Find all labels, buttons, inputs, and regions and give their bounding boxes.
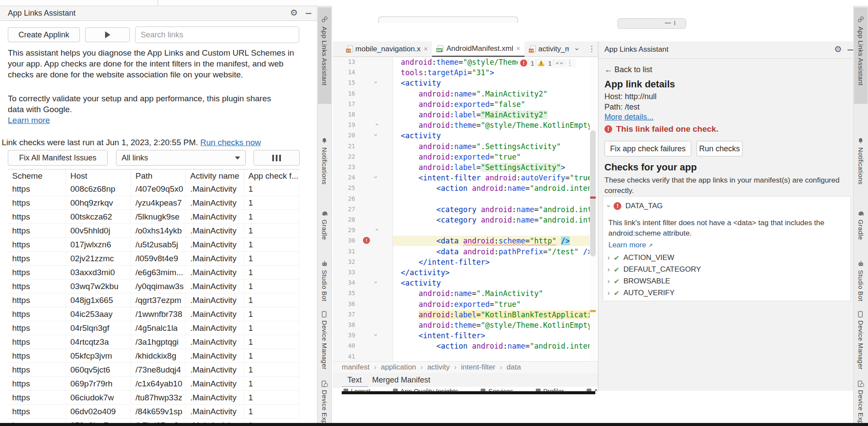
breadcrumb-item[interactable]: application [381,363,416,372]
run-play-button[interactable] [85,27,130,42]
fold-marker-icon[interactable]: › [373,123,380,126]
breadcrumb-item[interactable]: data [507,363,521,372]
breadcrumb-item[interactable]: activity [427,363,450,372]
fold-marker-icon[interactable]: › [373,281,380,283]
view-tab-text[interactable]: Text [347,376,362,385]
fold-marker-icon[interactable]: › [373,134,380,136]
close-tab-icon[interactable]: × [424,45,428,53]
editor-tab-androidmanifest-xml[interactable]: MFAndroidManifest.xml× [432,41,525,57]
breadcrumb-separator: › [420,363,423,372]
column-header[interactable]: Scheme [8,170,66,183]
breadcrumb[interactable]: manifest›application›activity›intent-fil… [342,363,521,372]
dropdown-arrow-icon [235,156,240,160]
table-cell: 04r5lqn3gf [66,321,131,335]
table-row[interactable]: https05kfcp3jvm/khidckix8g.MainActivity1 [8,349,300,363]
fix-all-manifest-issues-button[interactable]: Fix All Manifest Issues [8,150,108,166]
warning-count: 1 [548,60,551,67]
links-filter-dropdown[interactable]: All links [116,150,246,166]
table-row[interactable]: https069p7r79rh/c1x64yab10.MainActivity1 [8,377,300,391]
view-tab-merged-manifest[interactable]: Merged Manifest [372,376,430,385]
learn-more-link[interactable]: Learn more [8,116,50,125]
run-checks-button[interactable]: Run checks [696,141,743,156]
code-area[interactable]: 13android:theme="@style/Theme.KotlinEmp1… [333,57,590,361]
panel-minimize-icon[interactable] [848,50,853,50]
fix-button-label: Fix app check failures [610,144,686,153]
chevron-right-icon[interactable]: › [607,254,610,262]
table-cell: .MainActivity [186,321,244,335]
table-row[interactable]: https017jwlxzn6/u5t2usab5j.MainActivity1 [8,238,300,252]
table-row[interactable]: https06dv02o409/84k659v1sp.MainActivity1 [8,405,300,419]
code-line: <category android:name="android.intent.c… [436,215,590,225]
bottom-bar-item[interactable]: App Inspection [587,387,598,391]
warning-stripe-mark[interactable] [590,310,596,312]
bottom-bar-item[interactable]: App Quality Insights [393,387,458,391]
back-to-list-link[interactable]: ← Back to list [604,65,652,74]
data-tag-row[interactable]: › ! DATA_TAG [607,202,663,210]
columns-config-button[interactable] [254,150,300,166]
table-row[interactable]: https060qv5jct6/73ne8udqj4.MainActivity1 [8,363,300,377]
bottom-bar-item[interactable]: Services [481,387,513,391]
check-row-action_view[interactable]: ›✔ACTION_VIEW [607,253,674,262]
check-row-default_category[interactable]: ›✔DEFAULT_CATEGORY [607,265,701,274]
chevron-right-icon[interactable]: › [607,277,610,285]
table-row[interactable]: https06ciudok7w/tu87hwp33z.MainActivity1 [8,391,300,405]
line-number: 32 [335,258,355,265]
fold-marker-icon[interactable]: › [373,176,380,178]
chevron-right-icon[interactable]: › [607,266,610,273]
tab-kebab-icon[interactable]: ⋮ [588,44,595,53]
table-row[interactable]: https00tskcza62/5lknugk9se.MainActivity1 [8,210,300,224]
column-header[interactable]: Host [66,170,131,183]
scrollbar-thumb[interactable] [590,130,596,256]
table-cell: 1 [244,196,300,210]
bottom-bar-item[interactable]: Logcat [343,387,370,391]
error-stripe-mark[interactable] [590,196,596,199]
table-row[interactable]: https00hq9zrkqv/yzu4kpeas7.MainActivity1 [8,196,300,210]
table-cell: /khidckix8g [131,349,186,363]
fold-marker-icon[interactable]: › [373,81,380,83]
breadcrumb-item[interactable]: manifest [342,363,370,372]
table-row[interactable]: https04r5lqn3gf/4g5nalc1la.MainActivity1 [8,321,300,335]
panel-gear-icon[interactable]: ⚙ [834,45,842,53]
run-checks-now-link[interactable]: Run checks now [200,138,261,147]
close-tab-icon[interactable]: × [516,45,520,53]
inspection-widget[interactable]: ! 1 ! 1 › › ⋮ [518,58,576,68]
table-cell: .MainActivity [186,349,244,363]
table-row[interactable]: https00v5hhld0j/o0xhs14ykb.MainActivity1 [8,224,300,238]
create-applink-button[interactable]: Create Applink [8,27,80,42]
chevron-right-icon[interactable]: › [607,289,610,297]
editor-scrollbar[interactable] [590,57,597,361]
table-cell: https [8,280,66,293]
check-row-browsable[interactable]: ›✔BROWSABLE [607,277,670,286]
table-row[interactable]: https048jg1x665/qgrt37ezpm.MainActivity1 [8,293,300,307]
fold-marker-icon[interactable]: › [373,229,380,231]
fold-marker-icon[interactable]: › [373,334,380,336]
chevron-down-icon[interactable]: › [605,205,613,207]
search-input[interactable] [135,27,299,43]
table-row[interactable]: https03wq7w2kbu/y0qqimaw3s.MainActivity1 [8,280,300,293]
gear-icon[interactable]: ⚙ [290,8,298,17]
fix-app-check-failures-button[interactable]: Fix app check failures [604,141,691,156]
next-issue-icon[interactable]: › [558,62,566,64]
tab-list-chevron-icon[interactable]: › [573,48,581,50]
table-row[interactable]: https03axxd3mi0/e6g63mim....MainActivity… [8,266,300,280]
breadcrumb-item[interactable]: intent-filter [461,363,495,372]
column-header[interactable]: Activity name [186,170,244,183]
table-row[interactable]: https02jv21zzmc/l059v8t4e9.MainActivity1 [8,252,300,266]
check-row-auto_verify[interactable]: ›✔AUTO_VERIFY [607,289,675,297]
editor-tab-mobile_navigation-xml[interactable]: <>mobile_navigation.xml× [342,41,432,57]
more-details-link[interactable]: More details... [604,113,653,122]
column-header[interactable]: App check f... [244,170,300,183]
table-cell: 00tskcza62 [66,210,131,223]
minimize-icon[interactable] [306,13,311,14]
table-row[interactable]: https008c6z68np/407e09q5x0.MainActivity1 [8,182,300,196]
description-line: This assistant helps you diagnose the Ap… [8,47,294,58]
table-row[interactable]: https04ic253aay/1wwnfbr738.MainActivity1 [8,307,300,321]
editor-tab-activity_m[interactable]: <>activity_m [525,41,573,57]
gutter-error-icon[interactable]: ! [363,237,370,244]
code-line: android:label="KotlinBlankTestApplicatio… [419,310,590,320]
data-tag-learn-more[interactable]: Learn more ↗ [608,241,653,250]
bottom-bar-item[interactable]: Profiler [536,387,564,391]
table-row[interactable]: https04rtcqtz3a/3a1hgptqgi.MainActivity1 [8,335,300,349]
column-header[interactable]: Path [131,170,186,183]
widget-kebab-icon[interactable]: ⋮ [567,59,573,67]
